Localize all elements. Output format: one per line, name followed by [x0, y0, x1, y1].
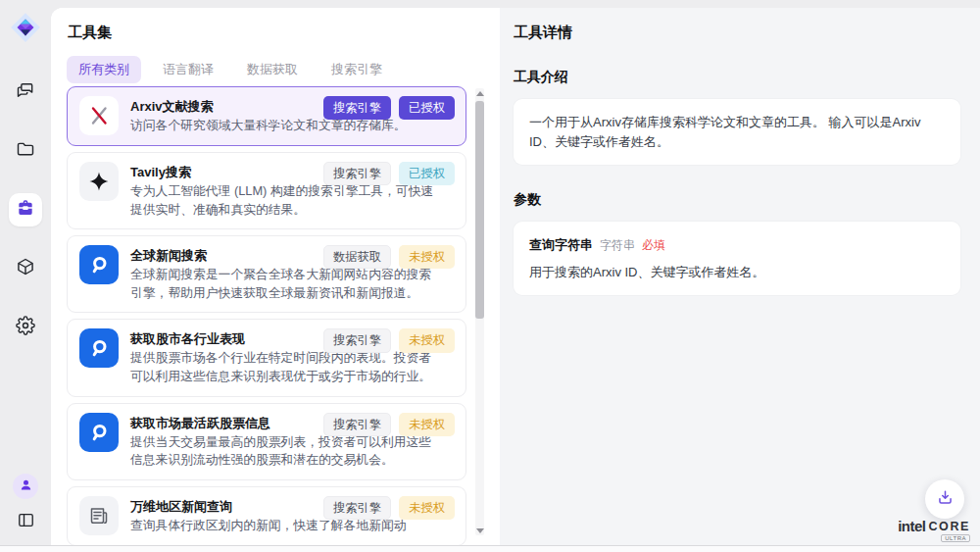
- category-badge: 搜索引擎: [323, 96, 391, 120]
- category-tab-3[interactable]: 搜索引擎: [319, 56, 394, 83]
- sidebar-item-folder[interactable]: [9, 134, 42, 168]
- tool-description: 提供当天交易量最高的股票列表，投资者可以利用这些信息来识别流动性强的股票和潜在的…: [130, 433, 442, 470]
- scrollbar-down-arrow-icon[interactable]: [475, 526, 484, 535]
- intel-core-logo: intel core Ultra: [898, 518, 970, 542]
- download-button[interactable]: [925, 479, 964, 519]
- scrollbar-thumb[interactable]: [475, 101, 484, 319]
- tool-description: 专为人工智能代理 (LLM) 构建的搜索引擎工具，可快速提供实时、准确和真实的结…: [130, 182, 442, 219]
- tool-detail-panel: 工具详情 工具介绍 一个用于从Arxiv存储库搜索科学论文和文章的工具。 输入可…: [500, 8, 980, 545]
- chat-icon: [16, 80, 35, 104]
- tool-card[interactable]: 全球新闻搜索 全球新闻搜索是一个聚合全球各大新闻网站内容的搜索引擎，帮助用户快速…: [67, 235, 466, 313]
- category-badge: 数据获取: [323, 245, 391, 269]
- q-search-icon: [79, 245, 119, 284]
- toolbox-icon: [16, 198, 35, 222]
- tool-card[interactable]: 万维地区新闻查询 查询具体行政区划内的新闻，快速了解各地新闻动 搜索引擎 未授权: [67, 486, 466, 545]
- folder-icon: [16, 139, 35, 163]
- sidebar-item-cube[interactable]: [9, 252, 42, 285]
- news-icon: [79, 496, 119, 535]
- cube-icon: [16, 257, 35, 280]
- auth-status-badge: 未授权: [399, 328, 455, 352]
- arxiv-icon: [79, 96, 119, 135]
- sidebar-nav: [9, 75, 42, 344]
- auth-status-badge: 已授权: [399, 162, 455, 185]
- category-badge: 搜索引擎: [323, 162, 391, 185]
- param-description: 用于搜索的Arxiv ID、关键字或作者姓名。: [529, 263, 945, 282]
- tavily-icon: [79, 162, 119, 201]
- sidebar-item-chat[interactable]: [9, 75, 42, 109]
- tool-description: 全球新闻搜索是一个聚合全球各大新闻网站内容的搜索引擎，帮助用户快速获取全球最新资…: [130, 266, 442, 302]
- sidebar-bottom: [13, 474, 38, 533]
- page-title: 工具集: [68, 24, 112, 42]
- auth-status-badge: 已授权: [399, 96, 455, 120]
- panel-toggle-button[interactable]: [17, 511, 35, 533]
- sidebar: [0, 0, 51, 545]
- content-area: 工具集 所有类别语言翻译数据获取搜索引擎 Arxiv文献搜索 访问各个研究领域大…: [51, 8, 980, 545]
- category-badge: 搜索引擎: [323, 413, 391, 436]
- category-tabs: 所有类别语言翻译数据获取搜索引擎: [67, 56, 394, 83]
- scrollbar-up-arrow-icon[interactable]: [475, 88, 484, 98]
- tool-card[interactable]: Arxiv文献搜索 访问各个研究领域大量科学论文和文章的存储库。 搜索引擎 已授…: [67, 86, 466, 146]
- param-type: 字符串: [600, 236, 635, 254]
- gear-icon: [16, 316, 35, 339]
- download-icon: [936, 488, 955, 511]
- category-tab-1[interactable]: 语言翻译: [151, 56, 225, 83]
- sidebar-item-settings[interactable]: [9, 311, 42, 344]
- auth-status-badge: 未授权: [399, 496, 455, 520]
- tool-card[interactable]: 获取股市各行业表现 提供股票市场各个行业在特定时间段内的表现。投资者可以利用这些…: [67, 319, 466, 396]
- param-name: 查询字符串: [529, 235, 593, 255]
- intro-card: 一个用于从Arxiv存储库搜索科学论文和文章的工具。 输入可以是Arxiv ID…: [514, 99, 960, 165]
- tool-list-panel: 工具集 所有类别语言翻译数据获取搜索引擎 Arxiv文献搜索 访问各个研究领域大…: [51, 8, 500, 545]
- category-badge: 搜索引擎: [323, 496, 391, 520]
- app-logo-icon: [9, 11, 42, 44]
- tool-description: 提供股票市场各个行业在特定时间段内的表现。投资者可以利用这些信息来识别表现优于或…: [130, 349, 442, 385]
- tool-card[interactable]: Tavily搜索 专为人工智能代理 (LLM) 构建的搜索引擎工具，可快速提供实…: [67, 152, 466, 229]
- params-heading: 参数: [514, 191, 960, 209]
- intro-heading: 工具介绍: [514, 69, 960, 86]
- user-avatar-icon: [19, 477, 33, 496]
- tool-card[interactable]: 获取市场最活跃股票信息 提供当天交易量最高的股票列表，投资者可以利用这些信息来识…: [67, 403, 466, 480]
- q-search-icon: [79, 328, 119, 368]
- q-search-icon: [79, 413, 119, 452]
- detail-title: 工具详情: [514, 24, 960, 42]
- tool-list-scrollbar[interactable]: [475, 88, 484, 535]
- window-bottom-edge: [0, 545, 980, 552]
- panel-toggle-icon: [17, 511, 35, 533]
- category-tab-0[interactable]: 所有类别: [67, 56, 141, 83]
- category-tab-2[interactable]: 数据获取: [235, 56, 310, 83]
- param-card: 查询字符串 字符串 必填 用于搜索的Arxiv ID、关键字或作者姓名。: [514, 222, 960, 295]
- tool-list: Arxiv文献搜索 访问各个研究领域大量科学论文和文章的存储库。 搜索引擎 已授…: [67, 86, 466, 545]
- param-required-badge: 必填: [642, 236, 665, 254]
- user-avatar[interactable]: [13, 474, 38, 499]
- auth-status-badge: 未授权: [399, 413, 455, 436]
- category-badge: 搜索引擎: [323, 328, 391, 352]
- sidebar-item-toolbox[interactable]: [9, 193, 42, 226]
- auth-status-badge: 未授权: [399, 245, 455, 269]
